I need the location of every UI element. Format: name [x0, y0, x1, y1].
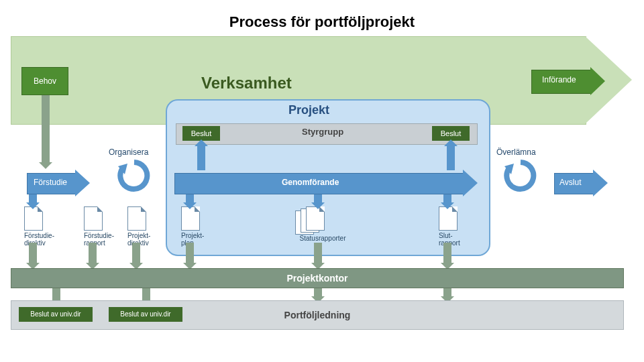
behov-box: Behov [21, 67, 68, 95]
beslut-box-end: Beslut [432, 126, 470, 141]
document-icon [439, 206, 458, 231]
doc-label: Statusrapporter [286, 235, 360, 242]
avslut-arrow-head [593, 170, 608, 196]
doc-projekt-plan: Projekt-plan [181, 206, 204, 247]
arrow-kontor-to-ledning-4 [443, 288, 451, 296]
inforande-label: Införande [542, 75, 576, 84]
arrow-plan-to-beslut [197, 146, 205, 170]
styrgrupp-label: Styrgrupp [302, 127, 343, 137]
doc-forstudie-rapport: Förstudie-rapport [84, 206, 114, 247]
arrow-doc2-to-kontor [89, 243, 97, 263]
arrow-to-doc-1 [29, 194, 37, 202]
diagram-title: Process för portföljprojekt [0, 13, 644, 31]
portfoljledning-bar: Portföljledning [11, 300, 624, 330]
decision-univdir-2: Beslut av univ.dir [109, 307, 182, 322]
arrow-to-doc-5 [443, 194, 451, 202]
arrow-doc1-to-kontor [29, 243, 37, 263]
avslut-label: Avslut [559, 178, 581, 187]
doc-projekt-direktiv: Projekt-direktiv [127, 206, 150, 247]
document-icon [181, 206, 200, 231]
forstudie-label: Förstudie [34, 178, 67, 187]
overlamna-cycle-icon [500, 156, 541, 198]
document-icon [306, 206, 325, 231]
arrow-kontor-to-ledning-1 [52, 288, 60, 302]
arrow-doc4-to-kontor [186, 243, 194, 263]
document-icon [84, 206, 103, 231]
arrow-docgroup-to-kontor [314, 243, 322, 263]
decision-univdir-1: Beslut av univ.dir [19, 307, 93, 322]
forstudie-arrow-head [75, 170, 90, 196]
genomforande-arrow-head [463, 170, 478, 196]
doc-statusrapporter: Statusrapporter [295, 206, 333, 237]
doc-forstudie-direktiv: Förstudie-direktiv [24, 206, 54, 247]
arrow-doc3-to-kontor [132, 243, 140, 263]
document-icon [24, 206, 43, 231]
arrow-slut-to-beslut [447, 146, 455, 170]
arrow-behov-to-forstudie [42, 95, 50, 162]
genomforande-label: Genomförande [282, 178, 339, 187]
verksamhet-label: Verksamhet [201, 74, 292, 93]
inforande-arrow-head [590, 67, 605, 95]
beslut-box-start: Beslut [182, 126, 220, 141]
document-icon [127, 206, 146, 231]
arrow-kontor-to-ledning-2 [142, 288, 150, 302]
arrow-doc5-to-kontor [443, 243, 451, 263]
projekt-label: Projekt [288, 103, 329, 117]
projektkontor-bar: Projektkontor [11, 268, 624, 288]
arrow-to-docgroup [314, 194, 322, 202]
arrow-to-doc-4 [186, 194, 194, 202]
arrow-kontor-to-ledning-3 [314, 288, 322, 296]
doc-slut-rapport: Slut-rapport [439, 206, 460, 247]
organisera-cycle-icon [114, 156, 154, 198]
